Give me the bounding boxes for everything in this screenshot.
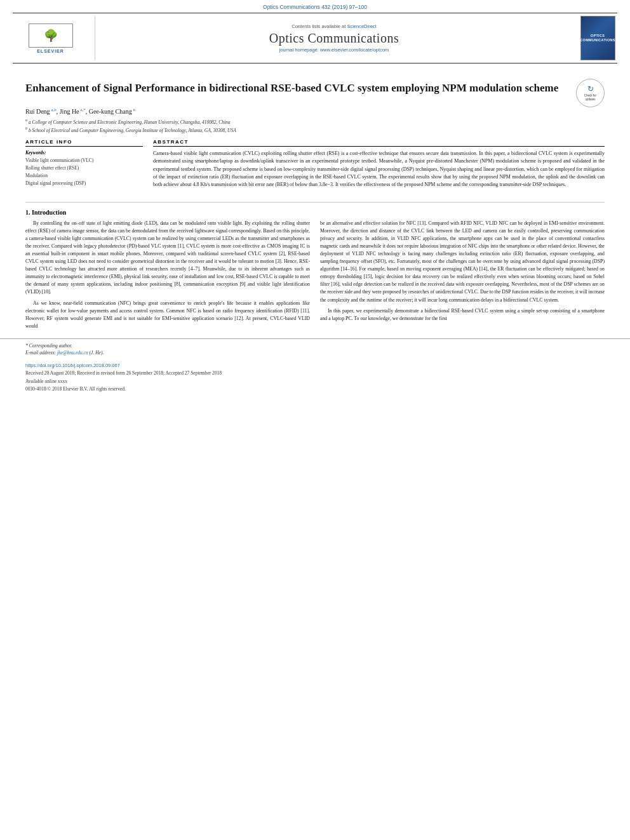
intro-title: 1. Introduction (25, 209, 605, 216)
affiliation-b: b b School of Electrical and Computer En… (25, 126, 605, 134)
intro-section: 1. Introduction (0, 209, 630, 216)
homepage-label: journal homepage: (279, 47, 319, 53)
intro-para-2: As we know, near-field communication (NF… (25, 300, 310, 330)
email-line: E-mail address: jhe@hnu.edu.cn (J. He). (25, 350, 605, 356)
keyword-3: Modulation (25, 172, 143, 180)
keyword-4: Digital signal processing (DSP) (25, 180, 143, 187)
corresponding-author-note: * Corresponding author. (25, 343, 605, 349)
keyword-1: Visible light communication (VLC) (25, 157, 143, 164)
author-rui-deng: Rui Deng (25, 108, 50, 115)
elsevier-logo-area: 🌳 ELSEVIER (13, 16, 95, 60)
journal-citation: Optics Communications 432 (2019) 97–100 (0, 0, 630, 11)
check-updates-icon: ↻ (587, 84, 594, 94)
aff-a-b: a,b (50, 107, 57, 112)
doi-area: https://doi.org/10.1016/j.optcom.2018.09… (0, 359, 630, 370)
contents-available-line: Contents lists available at ScienceDirec… (292, 23, 376, 29)
left-body-col: By controlling the on–off state of light… (25, 220, 310, 333)
body-content: By controlling the on–off state of light… (0, 220, 630, 333)
affiliation-b-text: b School of Electrical and Computer Engi… (29, 128, 236, 133)
email-suffix: (J. He). (88, 350, 104, 356)
sciencedirect-link[interactable]: ScienceDirect (347, 23, 376, 29)
journal-cover-area: OPTICS COMMUNICATIONS (573, 16, 617, 60)
right-body-col: be an alternative and effective solution… (320, 220, 605, 333)
homepage-url[interactable]: www.elsevier.com/locate/optcom (320, 47, 389, 53)
abstract-header: ABSTRACT (153, 139, 605, 147)
journal-title-area: Contents lists available at ScienceDirec… (95, 16, 573, 60)
affiliations: a a College of Computer Science and Elec… (25, 117, 605, 134)
keyword-2: Rolling shutter effect (RSE) (25, 164, 143, 172)
aff-a-star: a,* (79, 107, 86, 112)
page: Optics Communications 432 (2019) 97–100 … (0, 0, 630, 840)
journal-homepage-line: journal homepage: www.elsevier.com/locat… (279, 47, 389, 53)
journal-citation-text: Optics Communications 432 (2019) 97–100 (263, 4, 367, 10)
aff-b: b (132, 107, 135, 112)
right-para-2: In this paper, we experimentally demonst… (320, 307, 605, 323)
available-text: Available online xxxx (25, 378, 605, 386)
abstract-text: Camera-based visible light communication… (153, 150, 605, 189)
title-row: Enhancement of Signal Performance in bid… (25, 76, 605, 107)
abstract-col: ABSTRACT Camera-based visible light comm… (153, 139, 605, 189)
keywords-label: Keywords: (25, 150, 143, 156)
elsevier-logo: 🌳 ELSEVIER (29, 23, 73, 53)
journal-name: Optics Communications (269, 31, 399, 46)
author-jing-he: Jing He (60, 108, 79, 115)
article-info-header: ARTICLE INFO (25, 139, 143, 147)
elsevier-wordmark: ELSEVIER (37, 49, 64, 53)
star-note: * Corresponding author. (25, 343, 72, 349)
email-link[interactable]: jhe@hnu.edu.cn (57, 350, 88, 356)
affiliation-a-text: a College of Computer Science and Electr… (29, 119, 231, 125)
email-label: E-mail address: (25, 350, 56, 356)
check-updates-label: Check for updates (584, 94, 596, 102)
author-gee-kung-chang: Gee-kung Chang (89, 108, 132, 115)
journal-cover-image: OPTICS COMMUNICATIONS (580, 16, 615, 60)
intro-para-1: By controlling the on–off state of light… (25, 220, 310, 297)
received-text: Received 20 August 2018; Received in rev… (25, 370, 605, 378)
article-title: Enhancement of Signal Performance in bid… (25, 81, 570, 96)
elsevier-box: 🌳 (29, 23, 73, 48)
right-para-1: be an alternative and effective solution… (320, 220, 605, 304)
affiliation-a: a a College of Computer Science and Elec… (25, 117, 605, 126)
article-content: Enhancement of Signal Performance in bid… (0, 63, 630, 196)
copyright-text: 0030-4018/© 2018 Elsevier B.V. All right… (25, 385, 605, 394)
section-divider (25, 202, 605, 203)
elsevier-tree-icon: 🌳 (44, 29, 58, 43)
keywords-list: Visible light communication (VLC) Rollin… (25, 157, 143, 187)
article-info-col: ARTICLE INFO Keywords: Visible light com… (25, 139, 143, 189)
journal-header: 🌳 ELSEVIER Contents lists available at S… (13, 13, 617, 63)
cover-title: OPTICS COMMUNICATIONS (580, 34, 615, 43)
email-label-text: E-mail address: jhe@hnu.edu.cn (J. He). (25, 350, 104, 356)
authors-line: Rui Deng a,b, Jing He a,*, Gee-kung Chan… (25, 107, 605, 115)
received-line: Received 20 August 2018; Received in rev… (0, 370, 630, 394)
contents-text: Contents lists available at (292, 23, 345, 29)
info-abstract-row: ARTICLE INFO Keywords: Visible light com… (25, 139, 605, 189)
check-updates-badge[interactable]: ↻ Check for updates (576, 79, 605, 107)
doi-link[interactable]: https://doi.org/10.1016/j.optcom.2018.09… (25, 363, 120, 368)
footnote-area: * Corresponding author. E-mail address: … (0, 338, 630, 359)
